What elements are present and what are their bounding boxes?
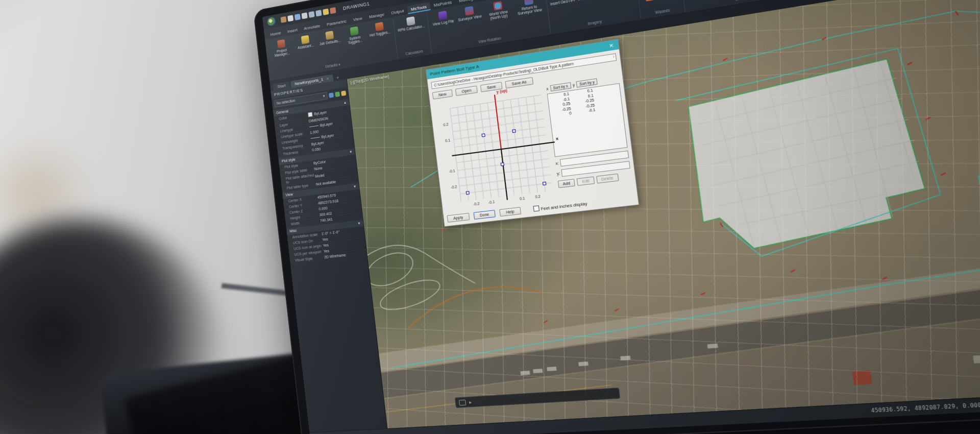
ribbon-button-world-view[interactable]: World View (North Up) xyxy=(482,0,516,38)
cad-application-window: DRAWING1 Home Insert Annotate Parametric… xyxy=(262,0,980,434)
window-title: DRAWING1 xyxy=(342,1,370,11)
open-icon[interactable] xyxy=(287,15,293,21)
plot-icon[interactable] xyxy=(302,12,308,19)
close-icon[interactable]: ✕ xyxy=(607,42,615,49)
survey-grid-lines xyxy=(347,0,980,428)
workspace-icon[interactable] xyxy=(323,8,329,15)
y-axis-positive xyxy=(494,95,501,149)
keyboard-icon xyxy=(459,399,466,405)
x-column-label: x xyxy=(546,87,549,91)
bolt-pattern-plot: y (up) x 0.2 0.1 -0.1 -0.2 xyxy=(441,88,555,210)
bolt-point xyxy=(542,182,546,185)
view-log-file-icon xyxy=(438,11,447,20)
delete-button[interactable]: Delete xyxy=(596,174,619,184)
save-icon[interactable] xyxy=(295,13,301,20)
rpn-calculator-icon xyxy=(406,16,415,26)
checkbox-icon xyxy=(533,205,540,211)
linetype-swatch xyxy=(309,125,318,127)
command-prompt-icon: ▸ xyxy=(469,399,472,405)
app-logo-icon[interactable] xyxy=(266,16,276,27)
y-tick: 0.1 xyxy=(445,138,451,142)
bolt-point xyxy=(512,129,516,132)
coordinate-readout: 450936.592, 4892087.029, 0.000 xyxy=(871,402,980,414)
job-defaults-icon xyxy=(325,31,334,40)
lineweight-swatch xyxy=(311,137,320,139)
color-swatch xyxy=(308,112,313,117)
chevron-down-icon: ▾ xyxy=(354,184,356,189)
chevron-down-icon: ▾ xyxy=(358,221,360,226)
drawing-canvas[interactable]: [-][Top][2D Wireframe] WCS TOP NE SW ▸ xyxy=(347,0,980,428)
world-view-icon xyxy=(493,1,503,11)
surveyor-view-icon xyxy=(464,6,474,16)
assistant-icon xyxy=(301,35,309,44)
ribbon-button-hot-toggles[interactable]: Hot Toggles... xyxy=(366,19,395,57)
open-button[interactable]: Open xyxy=(455,86,478,96)
y-tick: 0.2 xyxy=(443,122,449,127)
bolt-point xyxy=(465,191,469,195)
apply-button[interactable]: Apply xyxy=(447,213,469,223)
x-tick: 0.2 xyxy=(535,195,541,199)
y-tick: -0.1 xyxy=(449,168,455,173)
ribbon-button-assistant[interactable]: Assistant... xyxy=(293,32,320,69)
laptop: DRAWING1 Home Insert Annotate Parametric… xyxy=(253,0,980,434)
chevron-up-icon: ▴ xyxy=(344,100,346,105)
ribbon-button-system-toggles[interactable]: System Toggles... xyxy=(341,23,369,61)
tools-icon[interactable] xyxy=(330,7,336,13)
return-surveyor-view-icon xyxy=(524,0,533,6)
select-objects-icon[interactable] xyxy=(335,91,340,97)
x-tick: -0.1 xyxy=(488,200,495,204)
bolt-point xyxy=(481,133,485,137)
x-tick: -0.2 xyxy=(473,202,480,206)
ribbon-button-view-log-file[interactable]: View Log File xyxy=(429,8,459,47)
y-axis-negative xyxy=(501,149,508,200)
close-tab-icon[interactable]: ✕ xyxy=(326,76,330,81)
redo-icon[interactable] xyxy=(315,10,322,16)
undo-icon[interactable] xyxy=(308,11,314,17)
edit-button[interactable]: Edit xyxy=(577,177,595,186)
photo-scene: DRAWING1 Home Insert Annotate Parametric… xyxy=(0,0,980,434)
chevron-down-icon: ▾ xyxy=(323,94,325,99)
hot-toggles-icon xyxy=(375,22,383,31)
laptop-bezel: DRAWING1 Home Insert Annotate Parametric… xyxy=(253,0,980,434)
point-pattern-dialog: Point Pattern Bolt Type A ✕ C:\Users\hog… xyxy=(426,39,640,227)
chevron-down-icon: ▾ xyxy=(350,150,352,154)
y-tick: -0.2 xyxy=(451,184,457,189)
y-column-label: y xyxy=(572,83,575,87)
coordinate-list[interactable]: 0.10.1 -0.10.1 0.25-0.25 -0.25-0.25 0-0.… xyxy=(547,83,628,157)
new-icon[interactable] xyxy=(280,16,286,22)
toggle-pickadd-icon[interactable] xyxy=(329,92,334,98)
new-button[interactable]: New xyxy=(432,89,453,100)
ribbon-button-surveyor-view[interactable]: Surveyor View xyxy=(455,3,485,42)
spinner-icon[interactable]: › xyxy=(613,55,615,59)
project-manager-icon xyxy=(277,39,285,49)
add-button[interactable]: Add xyxy=(558,179,576,188)
quick-select-icon[interactable] xyxy=(341,90,346,96)
feet-inches-checkbox[interactable]: Feet and inches display xyxy=(533,200,587,212)
y-axis-label: y (up) xyxy=(496,88,507,94)
wizard-icon[interactable] xyxy=(645,0,654,1)
ribbon-button-rpn-calculator[interactable]: RPN Calculator... xyxy=(396,13,429,52)
bolt-point xyxy=(501,162,504,166)
x-field-label: x: xyxy=(555,161,559,166)
x-tick: 0.1 xyxy=(520,196,525,201)
help-button[interactable]: Help xyxy=(499,207,521,216)
ribbon-button-job-defaults[interactable]: Job Defaults... xyxy=(317,28,345,65)
ribbon-group-calculators: RPN Calculator... Calculators xyxy=(393,12,432,59)
x-axis: x xyxy=(452,141,555,156)
ribbon-button-return-surveyor-view[interactable]: Return to Surveyor View xyxy=(513,0,547,33)
ribbon-button-project-manager[interactable]: Project Manager... xyxy=(269,36,296,73)
y-field-label: y: xyxy=(556,172,560,176)
system-toggles-icon xyxy=(350,27,358,36)
done-button[interactable]: Done xyxy=(473,210,496,220)
